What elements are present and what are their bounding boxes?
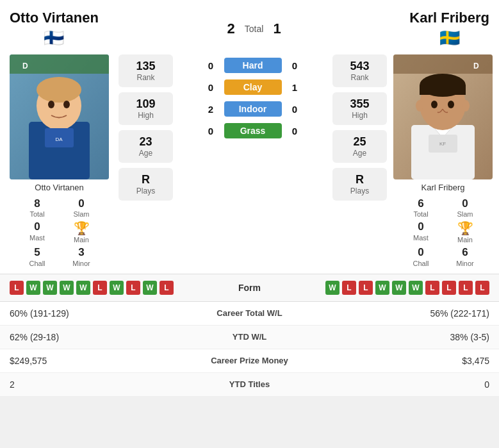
stats-table: 60% (191-129) Career Total W/L 56% (222-… [0, 301, 499, 397]
left-trophy-icon: 🏆 [74, 220, 90, 236]
left-total-cell: 8 Total [18, 197, 57, 218]
stat-left-3: 2 [10, 379, 186, 390]
left-plays-box: R Plays [119, 168, 173, 201]
svg-point-19 [448, 101, 454, 108]
form-badge-w: W [43, 281, 57, 295]
form-badge-w: W [110, 281, 124, 295]
form-badge-w: W [60, 281, 74, 295]
stat-center-2: Career Prize Money [186, 356, 314, 365]
indoor-badge: Indoor [224, 101, 282, 117]
form-badge-w: W [375, 281, 389, 295]
right-form-badges: WLLWWWLLLL [325, 281, 489, 295]
right-player-header: Karl Friberg 🇸🇪 [409, 10, 489, 48]
left-flag-icon: 🇫🇮 [44, 28, 64, 48]
left-info-boxes: 135 Rank 109 High 23 Age R Plays [119, 54, 173, 201]
form-badge-l: L [160, 281, 174, 295]
stat-right-0: 56% (222-171) [314, 308, 490, 319]
stats-row-3: 2 YTD Titles 0 [0, 373, 499, 397]
stat-left-0: 60% (191-129) [10, 308, 186, 319]
right-chall-cell: 0 Chall [402, 246, 441, 267]
left-rank-box: 135 Rank [119, 54, 173, 87]
right-high-box: 355 High [332, 92, 387, 125]
right-trophy-main: 🏆 Main [446, 220, 485, 244]
top-names-row: Otto Virtanen 🇫🇮 2 Total 1 Karl Friberg … [0, 0, 499, 48]
svg-text:KF: KF [439, 141, 446, 147]
right-plays-box: R Plays [332, 168, 387, 201]
stat-left-2: $249,575 [10, 356, 186, 366]
form-badge-w: W [26, 281, 40, 295]
svg-point-17 [462, 100, 470, 112]
right-player-name-below: Karl Friberg [421, 183, 465, 192]
right-player-photo: KF D [393, 54, 493, 179]
right-total-score: 1 [273, 21, 281, 37]
right-age-box: 25 Age [332, 130, 387, 163]
svg-text:D: D [473, 62, 479, 71]
stats-row-1: 62% (29-18) YTD W/L 38% (3-5) [0, 326, 499, 349]
form-badge-l: L [10, 281, 24, 295]
form-badge-l: L [93, 281, 107, 295]
stat-right-3: 0 [314, 379, 490, 390]
left-player-header: Otto Virtanen 🇫🇮 [10, 10, 99, 48]
right-slam-cell: 0 Slam [446, 197, 485, 218]
left-slam-cell: 0 Slam [62, 197, 101, 218]
form-badge-l: L [475, 281, 489, 295]
stat-right-2: $3,475 [314, 356, 490, 366]
surface-clay-row: 0 Clay 1 [203, 79, 303, 95]
center-info-row: 135 Rank 109 High 23 Age R Plays [115, 54, 390, 201]
hard-badge: Hard [224, 58, 282, 73]
main-container: Otto Virtanen 🇫🇮 2 Total 1 Karl Friberg … [0, 0, 499, 397]
stat-left-1: 62% (29-18) [10, 332, 186, 342]
stats-row-0: 60% (191-129) Career Total W/L 56% (222-… [0, 302, 499, 326]
svg-point-5 [48, 101, 54, 108]
left-chall-cell: 5 Chall [18, 246, 57, 267]
stat-right-1: 38% (3-5) [314, 332, 490, 342]
players-content: DA D Otto Virtanen 8 Total 0 Slam 0 [0, 48, 499, 274]
svg-text:D: D [22, 62, 28, 71]
left-total-score: 2 [227, 21, 235, 37]
svg-point-4 [37, 77, 81, 103]
left-player-photo: DA D [10, 54, 109, 179]
form-badge-l: L [442, 281, 456, 295]
svg-point-6 [63, 101, 70, 108]
stat-center-0: Career Total W/L [186, 308, 314, 318]
form-badge-l: L [459, 281, 473, 295]
svg-point-16 [416, 100, 423, 112]
right-total-cell: 6 Total [402, 197, 441, 218]
form-badge-w: W [392, 281, 406, 295]
form-badge-w: W [325, 281, 339, 295]
left-age-box: 23 Age [119, 130, 173, 163]
clay-badge: Clay [224, 79, 282, 95]
left-form-badges: LWWWWLWLWL [10, 281, 174, 295]
right-player-col: KF D Karl Friberg 6 Total 0 Slam 0 [390, 54, 496, 267]
grass-badge: Grass [224, 123, 282, 138]
stats-row-2: $249,575 Career Prize Money $3,475 [0, 349, 499, 373]
left-stats-grid: 8 Total 0 Slam 0 Mast 🏆 Main 5 Chall [18, 197, 101, 267]
surface-rows: 0 Hard 0 0 Clay 1 2 Indoor 0 [203, 54, 303, 138]
left-player-col: DA D Otto Virtanen 8 Total 0 Slam 0 [3, 54, 115, 267]
svg-rect-15 [420, 85, 466, 95]
form-label: Form [218, 283, 282, 293]
right-stats-grid: 6 Total 0 Slam 0 Mast 🏆 Main 0 Chall [402, 197, 485, 267]
left-player-name-below: Otto Virtanen [35, 183, 83, 192]
svg-text:DA: DA [55, 137, 63, 142]
form-badge-l: L [126, 281, 140, 295]
form-badge-w: W [76, 281, 90, 295]
form-section: LWWWWLWLWL Form WLLWWWLLLL [0, 274, 499, 301]
stat-center-1: YTD W/L [186, 332, 314, 342]
form-badge-w: W [409, 281, 423, 295]
surface-hard-row: 0 Hard 0 [203, 58, 303, 73]
right-flag-icon: 🇸🇪 [439, 28, 460, 48]
svg-point-18 [431, 101, 438, 108]
form-badge-l: L [425, 281, 439, 295]
surface-grass-row: 0 Grass 0 [203, 123, 303, 138]
right-mast-cell: 0 Mast [402, 220, 441, 244]
surface-indoor-row: 2 Indoor 0 [203, 101, 303, 117]
stat-center-3: YTD Titles [186, 379, 314, 389]
right-trophy-icon: 🏆 [457, 220, 473, 236]
total-label: Total [245, 24, 264, 34]
center-col: 135 Rank 109 High 23 Age R Plays [115, 54, 390, 267]
right-player-name: Karl Friberg [409, 10, 489, 26]
left-high-box: 109 High [119, 92, 173, 125]
right-minor-cell: 6 Minor [446, 246, 485, 267]
left-trophy-main: 🏆 Main [62, 220, 101, 244]
